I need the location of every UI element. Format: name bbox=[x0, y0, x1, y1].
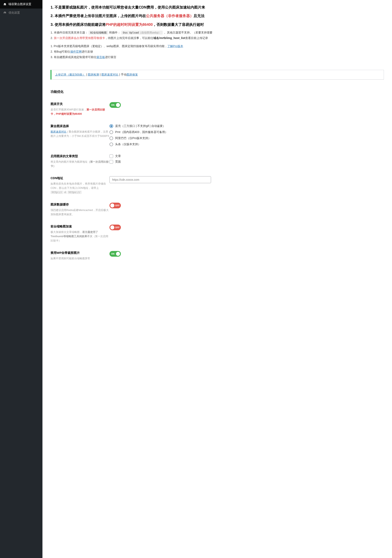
gauge-icon bbox=[3, 11, 7, 14]
row-cdn: CDN地址 如果你原先在本地未存图片，将所有图片存储在CDN，那么在下方填入CD… bbox=[43, 172, 392, 198]
toggle-switch[interactable]: ON bbox=[109, 102, 121, 108]
intro-item-4: 本插件目前完美支持主题： B2全站缩略图 和插件： Oss Upload（自动禁… bbox=[51, 30, 384, 35]
row-cache: 图床数据缓存 强烈建议启用Redis或者Memcached，开启后极大加快图床查… bbox=[43, 199, 392, 221]
tag-theme: B2全站缩略图 bbox=[88, 31, 108, 35]
toggle-crop[interactable]: ON bbox=[109, 251, 121, 257]
site-link[interactable]: 插件官网 bbox=[70, 50, 82, 53]
board-link[interactable]: 留言板 bbox=[96, 55, 105, 59]
section-title: 功能优化 bbox=[43, 86, 392, 98]
toggle-thumb[interactable]: OFF bbox=[109, 225, 121, 230]
notice-bar: 上传记录（最近500条） | 图床检测 | 图床速度对比 | 手动图床修复 bbox=[51, 70, 384, 80]
intro-item-5: 第一次开启图床会占用带宽传图导致很卡，待图片上传完毕后就没事，可以前往域名/mr… bbox=[51, 35, 384, 41]
check-page[interactable]: 页面 bbox=[109, 160, 384, 164]
row-host: 聚合图床选择 图床速度对比 | 聚合图床加速检索不分图床，注意图片上传要求为：小… bbox=[43, 120, 392, 150]
label-switch: 图床开关 bbox=[51, 102, 109, 106]
row-crop: 禁用WP自带裁剪图片 如果不禁用则可能前台缩略图异常 ON bbox=[43, 247, 392, 265]
row-thumb: 前台缩略图加速 极大加速前台文章缩略图，若主题使用了Timthumb等缩略图工具… bbox=[43, 220, 392, 247]
main-content: 不是重要或隐私图片，使用本功能可以帮您省去大量CDN费用，使用公共图床加速站内图… bbox=[43, 0, 392, 265]
row-posttype: 启用图床的文章类型 将文章内的图片替换为图床地址（第一次启用比较卡） 文章 页面 bbox=[43, 150, 392, 172]
row-switch: 图床开关 是否打开图床对WP进行加速，第一次启用比较卡，PHP超时设置为8640… bbox=[43, 98, 392, 120]
check-link[interactable]: 图床检测 bbox=[88, 73, 99, 76]
radio-alibaba[interactable]: 阿里巴巴（仅Pro版本支持） bbox=[109, 136, 384, 140]
sidebar-item-image-host[interactable]: 喵容聚合图床设置 bbox=[0, 0, 43, 9]
cdn-input[interactable] bbox=[109, 176, 211, 183]
sidebar-item-label: 喵容聚合图床设置 bbox=[9, 2, 31, 6]
speed-link[interactable]: 图床速度对比 bbox=[101, 73, 118, 76]
sidebar-item-label: 优化设置 bbox=[9, 11, 20, 15]
label-cache: 图床数据缓存 bbox=[51, 203, 109, 207]
label-crop: 禁用WP自带裁剪图片 bbox=[51, 251, 109, 255]
pro-link[interactable]: 了解Pro版本 bbox=[167, 44, 183, 48]
tag-plugin: Oss Upload（自动禁用webp） bbox=[121, 31, 163, 35]
bug-info: 有Bug可前往插件官网进行反馈 bbox=[51, 49, 384, 54]
repair-link[interactable]: 图床修复 bbox=[127, 73, 138, 76]
pro-info: Pro版本支持更高级电商图床（更稳定）、webp图床、图床定期扫描修复等高级实用… bbox=[51, 44, 384, 49]
toggle-cache[interactable]: OFF bbox=[109, 203, 121, 208]
intro-item-1: 不是重要或隐私图片，使用本功能可以帮您省去大量CDN费用，使用公共图床加速站内图… bbox=[51, 4, 384, 10]
sidebar: 喵容聚合图床设置 优化设置 bbox=[0, 0, 43, 265]
label-cdn: CDN地址 bbox=[51, 176, 109, 180]
label-host: 聚合图床选择 bbox=[51, 124, 109, 128]
label-thumb: 前台缩略图加速 bbox=[51, 225, 109, 228]
custom-info: 有自建图床或其他定制需求可前往留言板进行留言 bbox=[51, 54, 384, 60]
sidebar-item-optimize[interactable]: 优化设置 bbox=[0, 9, 43, 17]
radio-danke[interactable]: 蛋壳（三方接口 | 不支持gif | 自动鉴黄） bbox=[109, 124, 384, 128]
home-icon bbox=[3, 3, 7, 6]
label-posttype: 启用图床的文章类型 bbox=[51, 154, 109, 158]
intro-item-3: 使用本插件的图床功能前建议将PHP的超时时间设置为86400，否则数据量大了容易… bbox=[51, 21, 384, 28]
intro-section: 不是重要或隐私图片，使用本功能可以帮您省去大量CDN费用，使用公共图床加速站内图… bbox=[43, 0, 392, 64]
intro-item-2: 本插件严禁使用者上传非法图片至图床，上传的图片均在公共服务器（非作者服务器）且无… bbox=[51, 13, 384, 19]
radio-prnt[interactable]: Prnt（国内容易403，国外服务器可备用） bbox=[109, 130, 384, 134]
upload-log-link[interactable]: 上传记录（最近500条） bbox=[55, 73, 85, 76]
radio-toutiao[interactable]: 头条（仅版本支持） bbox=[109, 143, 384, 146]
speed-compare-link[interactable]: 图床速度对比 bbox=[51, 130, 66, 133]
check-post[interactable]: 文章 bbox=[109, 154, 384, 158]
